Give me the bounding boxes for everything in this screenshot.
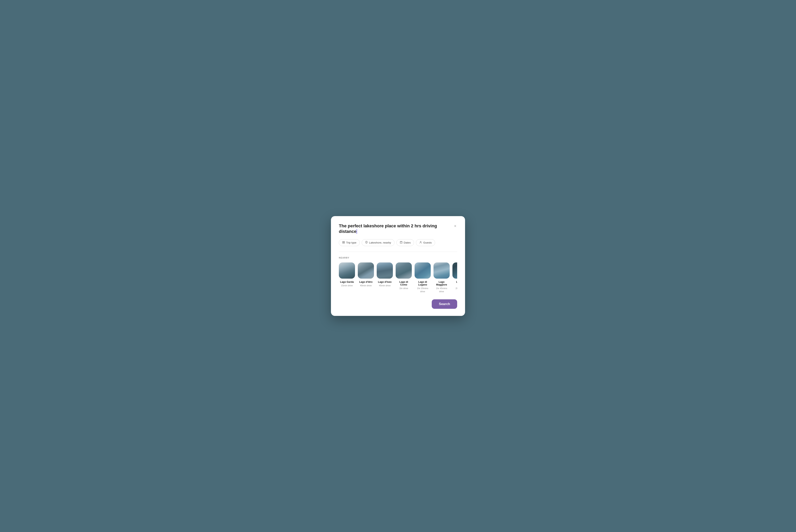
text-cursor <box>357 229 357 234</box>
search-modal: The perfect lakeshore place within 2 hrs… <box>331 216 465 316</box>
filter-row: Trip type Lakeshore, nearby Dates <box>339 239 457 246</box>
lago-lugano-name: Lago di Lugano <box>415 281 431 286</box>
dates-label: Dates <box>404 241 411 244</box>
trip-type-icon <box>342 241 345 244</box>
location-lago-como[interactable]: Lago di Como 1hr drive <box>396 263 412 293</box>
location-lago-iseo[interactable]: Lago d'Iseo 45min drive <box>377 263 393 293</box>
search-query-text[interactable]: The perfect lakeshore place within 2 hrs… <box>339 223 453 234</box>
location-lago-ledro[interactable]: Lago di Ledro 2hrs drive <box>452 263 457 293</box>
guests-icon <box>419 241 422 244</box>
guests-filter[interactable]: Guests <box>416 239 435 246</box>
svg-point-9 <box>420 241 421 242</box>
search-button[interactable]: Search <box>432 299 457 309</box>
lago-iseo-time: 45min drive <box>379 284 391 287</box>
lago-idro-time: 40min drive <box>360 284 372 287</box>
lago-como-time: 1hr drive <box>399 287 408 290</box>
location-lago-maggiore[interactable]: Lago Maggiore 1hr 45mins drive <box>434 263 450 293</box>
dates-filter[interactable]: Dates <box>396 239 414 246</box>
svg-rect-3 <box>344 243 344 243</box>
guests-label: Guests <box>423 241 432 244</box>
trip-type-label: Trip type <box>346 241 356 244</box>
location-label: Lakeshore, nearby <box>369 241 391 244</box>
lago-garda-name: Lago Garda <box>340 281 354 283</box>
location-lago-idro[interactable]: Lago d'Idro 40min drive <box>358 263 374 293</box>
location-filter[interactable]: Lakeshore, nearby <box>362 239 395 246</box>
modal-footer: Search <box>339 299 457 309</box>
lago-ledro-name: Lago di Ledro <box>452 281 457 286</box>
lago-maggiore-time: 1hr 45mins drive <box>434 287 450 293</box>
trip-type-filter[interactable]: Trip type <box>339 239 360 246</box>
location-icon <box>365 241 368 244</box>
modal-header: The perfect lakeshore place within 2 hrs… <box>339 223 457 234</box>
nearby-label: NEARBY <box>339 256 457 259</box>
lago-idro-name: Lago d'Idro <box>359 281 373 283</box>
svg-rect-1 <box>344 241 344 242</box>
close-button[interactable]: × <box>453 223 457 229</box>
svg-rect-5 <box>400 241 402 244</box>
svg-rect-0 <box>343 241 343 242</box>
lago-iseo-image <box>377 263 393 279</box>
lago-garda-image <box>339 263 355 279</box>
dates-icon <box>400 241 402 244</box>
lago-maggiore-name: Lago Maggiore <box>434 281 450 286</box>
lago-ledro-time: 2hrs drive <box>456 287 457 290</box>
lago-como-name: Lago di Como <box>396 281 412 286</box>
location-lago-lugano[interactable]: Lago di Lugano 1hr 20mins drive <box>415 263 431 293</box>
lago-lugano-image <box>415 263 431 279</box>
location-lago-garda[interactable]: Lago Garda 15min drive <box>339 263 355 293</box>
lago-como-image <box>396 263 412 279</box>
svg-point-4 <box>366 242 367 243</box>
lago-iseo-name: Lago d'Iseo <box>378 281 392 283</box>
lago-idro-image <box>358 263 374 279</box>
lago-ledro-image <box>452 263 457 279</box>
lago-lugano-time: 1hr 20mins drive <box>415 287 431 293</box>
locations-row: Lago Garda 15min drive Lago d'Idro 40min… <box>339 263 457 293</box>
lago-maggiore-image <box>434 263 450 279</box>
lago-garda-time: 15min drive <box>341 284 353 287</box>
svg-rect-2 <box>343 243 343 243</box>
